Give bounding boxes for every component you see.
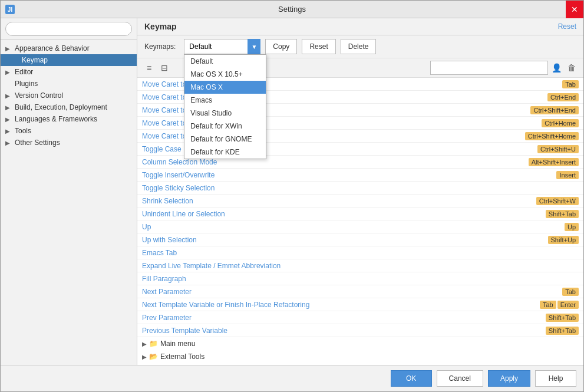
table-row[interactable]: Shrink SelectionCtrl+Shift+W [137, 195, 583, 207]
apply-button[interactable]: Apply [488, 370, 530, 387]
sidebar-item-label: Version Control [15, 91, 132, 100]
sidebar-item-other[interactable]: ▶Other Settings [1, 137, 137, 149]
row-shortcut: Alt+Shift+Insert [527, 158, 579, 166]
dropdown-item-visual-studio[interactable]: Visual Studio [184, 107, 266, 120]
cancel-button[interactable]: Cancel [437, 370, 483, 387]
row-name: Prev Parameter [142, 314, 545, 322]
table-row[interactable]: UpUp [137, 220, 583, 233]
sidebar-item-label: Languages & Frameworks [15, 115, 132, 123]
keymaps-controls: Keymaps: ▼ DefaultMac OS X 10.5+Mac OS X… [137, 35, 583, 58]
dropdown-item-default-for-gnome[interactable]: Default for GNOME [184, 133, 266, 146]
dropdown-item-default-for-kde[interactable]: Default for KDE [184, 146, 266, 159]
sidebar-item-version-control[interactable]: ▶Version Control [1, 90, 137, 101]
row-shortcut: Insert [555, 171, 579, 179]
row-shortcut: TabEnter [539, 301, 579, 309]
row-shortcut: Ctrl+End [546, 93, 579, 101]
group-arrow: ▶ [142, 354, 147, 360]
table-row[interactable]: Toggle Sticky Selection [137, 182, 583, 195]
delete-button[interactable]: Delete [341, 39, 377, 54]
dropdown-item-default-for-xwin[interactable]: Default for XWin [184, 120, 266, 133]
row-shortcut: Ctrl+Shift+End [529, 106, 579, 114]
row-name: Expand Live Template / Emmet Abbreviatio… [142, 262, 579, 270]
table-row[interactable]: Emacs Tab [137, 246, 583, 259]
row-shortcut: Ctrl+Shift+U [536, 145, 579, 153]
row-name: Shrink Selection [142, 197, 535, 205]
tree-arrow: ▶ [5, 69, 12, 75]
sidebar-item-tools[interactable]: ▶Tools [1, 125, 137, 137]
table-row[interactable]: Up with SelectionShift+Up [137, 233, 583, 246]
keymap-dropdown-menu: DefaultMac OS X 10.5+Mac OS XEmacsVisual… [184, 54, 266, 159]
keymaps-row: Keymaps: ▼ DefaultMac OS X 10.5+Mac OS X… [137, 35, 583, 58]
sidebar-search-container [1, 18, 137, 40]
sidebar-item-label: Tools [15, 127, 132, 135]
sidebar-item-editor[interactable]: ▶Editor [1, 66, 137, 78]
row-shortcut: Shift+Tab [545, 314, 579, 322]
keymap-search-input[interactable] [430, 61, 548, 75]
table-row[interactable]: Next ParameterTab [137, 285, 583, 298]
table-row[interactable]: Toggle Insert/OverwriteInsert [137, 169, 583, 182]
row-name: Toggle Insert/Overwrite [142, 171, 555, 179]
keymap-reset-link[interactable]: Reset [558, 22, 576, 31]
keymaps-label: Keymaps: [144, 42, 176, 51]
keymap-header: Keymap Reset [137, 18, 583, 35]
tree-arrow: ▶ [5, 104, 12, 111]
group-icon: 📁 [149, 340, 158, 348]
tree-arrow: ▶ [5, 45, 12, 52]
tree-arrow: ▶ [5, 93, 12, 99]
app-icon: JI [5, 5, 15, 14]
user-icon-button[interactable]: 👤 [549, 61, 563, 75]
main-content: ▶Appearance & BehaviorKeymap▶EditorPlugi… [1, 18, 583, 365]
sidebar: ▶Appearance & BehaviorKeymap▶EditorPlugi… [1, 18, 137, 365]
row-shortcut: Ctrl+Shift+W [535, 197, 579, 205]
sidebar-item-appearance[interactable]: ▶Appearance & Behavior [1, 42, 137, 54]
right-panel: Keymap Reset Keymaps: ▼ DefaultMac OS X … [137, 18, 583, 365]
row-shortcut: Ctrl+Home [540, 119, 579, 127]
title-bar: JI Settings ✕ [1, 1, 583, 18]
row-shortcut: Shift+Up [547, 236, 579, 244]
row-name: Unindent Line or Selection [142, 210, 545, 218]
sidebar-tree: ▶Appearance & BehaviorKeymap▶EditorPlugi… [1, 40, 137, 365]
row-name: Fill Paragraph [142, 275, 579, 283]
sidebar-item-plugins[interactable]: Plugins [1, 78, 137, 90]
table-row[interactable]: Fill Paragraph [137, 272, 583, 285]
sidebar-item-keymap[interactable]: Keymap [1, 54, 137, 66]
row-name: Up with Selection [142, 236, 547, 244]
tree-arrow: ▶ [5, 140, 12, 146]
dropdown-item-mac-os-x[interactable]: Mac OS X [184, 81, 266, 94]
group-label: External Tools [160, 353, 204, 361]
table-row[interactable]: Previous Template VariableShift+Tab [137, 324, 583, 337]
expand-all-button[interactable]: ≡ [142, 61, 156, 75]
keymap-dropdown-toggle[interactable]: ▼ [248, 39, 260, 54]
group-row[interactable]: ▶📂External Tools [137, 350, 583, 363]
settings-window: JI Settings ✕ ▶Appearance & BehaviorKeym… [0, 0, 584, 392]
collapse-all-button[interactable]: ⊟ [157, 61, 171, 75]
group-row[interactable]: ▶📁Main menu [137, 337, 583, 350]
row-shortcut: Ctrl+Shift+Home [524, 132, 579, 140]
trash-icon-button[interactable]: 🗑 [565, 61, 579, 75]
help-button[interactable]: Help [535, 370, 576, 387]
row-shortcut: Tab [561, 288, 579, 296]
dropdown-item-mac-os-x-10.5+[interactable]: Mac OS X 10.5+ [184, 68, 266, 81]
reset-button[interactable]: Reset [302, 39, 335, 54]
ok-button[interactable]: OK [391, 370, 432, 387]
dropdown-item-default[interactable]: Default [184, 55, 266, 68]
group-icon: 📂 [149, 353, 158, 361]
sidebar-search-input[interactable] [5, 22, 132, 36]
copy-button[interactable]: Copy [265, 39, 297, 54]
window-title: Settings [278, 5, 306, 14]
dropdown-item-emacs[interactable]: Emacs [184, 94, 266, 107]
group-arrow: ▶ [142, 341, 147, 347]
sidebar-item-label: Other Settings [15, 139, 132, 147]
table-row[interactable]: Expand Live Template / Emmet Abbreviatio… [137, 259, 583, 272]
tree-arrow: ▶ [5, 116, 12, 123]
table-row[interactable]: Prev ParameterShift+Tab [137, 311, 583, 324]
sidebar-item-languages[interactable]: ▶Languages & Frameworks [1, 113, 137, 125]
row-name: Up [142, 223, 563, 231]
group-label: Main menu [160, 340, 195, 348]
sidebar-item-build[interactable]: ▶Build, Execution, Deployment [1, 101, 137, 113]
sidebar-item-label: Appearance & Behavior [15, 44, 132, 52]
table-row[interactable]: Unindent Line or SelectionShift+Tab [137, 207, 583, 220]
close-button[interactable]: ✕ [566, 1, 583, 18]
row-name: Next Template Variable or Finish In-Plac… [142, 301, 539, 309]
table-row[interactable]: Next Template Variable or Finish In-Plac… [137, 298, 583, 311]
